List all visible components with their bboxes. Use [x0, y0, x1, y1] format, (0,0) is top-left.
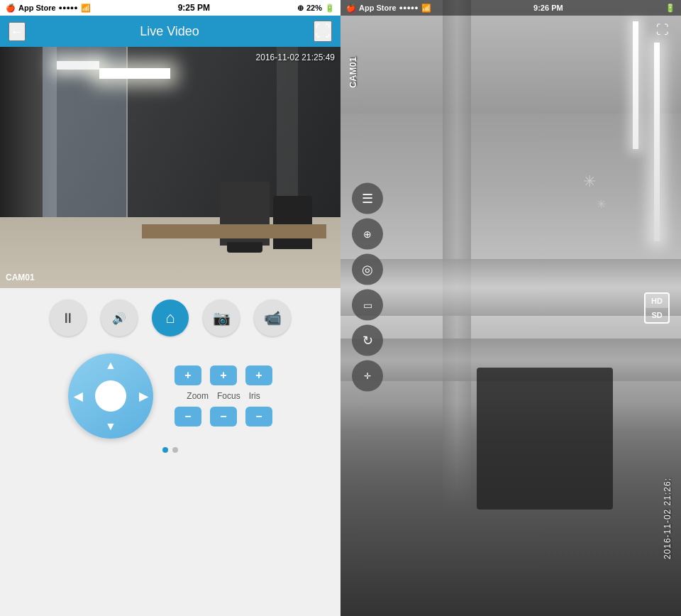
pause-icon: ⏸: [61, 310, 75, 326]
iris-col: +: [245, 365, 272, 385]
battery-right: 🔋: [665, 4, 675, 13]
volume-button[interactable]: 🔊: [101, 299, 138, 336]
iris-label: Iris: [249, 391, 260, 401]
fullscreen-button[interactable]: ⛶: [314, 21, 332, 42]
ptz-left-arrow: ◀: [74, 390, 82, 403]
side-toolbar: ☰ ⊕ ◎ ▭ ↻ ✛: [352, 183, 383, 392]
cam-equipment: [477, 368, 613, 510]
fullscreen-icon-right[interactable]: ⛶: [653, 20, 672, 40]
signal-right: ●●●●●: [399, 4, 419, 11]
deco-star: ✳: [583, 172, 596, 191]
ptz-icon: ⊕: [363, 229, 372, 240]
nav-bar: ← Live Video ⛶: [0, 16, 340, 47]
iris-minus-col: −: [245, 407, 272, 427]
apple-icon: 🍎: [6, 4, 16, 13]
refresh-icon: ↻: [362, 333, 373, 348]
video-record-button[interactable]: 📹: [254, 299, 291, 336]
plus-buttons-row: + + +: [175, 365, 272, 385]
zoom-label: Zoom: [187, 391, 209, 401]
cam-label-vertical: CAM01: [348, 57, 358, 88]
menu-button[interactable]: ☰: [352, 183, 383, 214]
minus-buttons-row: − − −: [175, 407, 272, 427]
monitor-button[interactable]: ▭: [352, 290, 383, 321]
apple-icon-right: 🍎: [346, 4, 356, 13]
wifi-icon: 📶: [81, 4, 91, 13]
cam-timestamp-vertical: 2016-11-02 21:26:: [663, 478, 672, 559]
wifi-right: 📶: [421, 4, 431, 13]
location-icon: ⊕: [297, 4, 304, 13]
focus-label-col: Focus: [217, 391, 240, 401]
ptz-zoom-row: ▲ ▼ ◀ ▶ + + +: [68, 353, 272, 439]
page-indicator: [162, 447, 178, 453]
hd-option[interactable]: HD: [646, 294, 668, 308]
cam-ceiling: [340, 0, 681, 114]
focus-plus-button[interactable]: +: [210, 365, 237, 385]
nav-button[interactable]: ✛: [352, 361, 383, 392]
room-chair2: [273, 196, 312, 249]
camera-icon: ◎: [362, 262, 373, 277]
labels-row: Zoom Focus Iris: [187, 391, 260, 401]
ptz-outer: ▲ ▼ ◀ ▶: [68, 353, 153, 439]
signal-icon: ●●●●●: [59, 4, 78, 11]
video-timestamp: 2016-11-02 21:25:49: [256, 53, 335, 62]
app-store-right: App Store: [359, 4, 397, 12]
pause-button[interactable]: ⏸: [50, 299, 87, 336]
video-feed-left: 2016-11-02 21:25:49 CAM01: [0, 47, 340, 288]
deco-star2: ✳: [597, 197, 606, 211]
control-buttons-row: ⏸ 🔊 ⌂ 📷 📹: [50, 299, 291, 336]
ptz-button[interactable]: ⊕: [352, 219, 383, 250]
time-left: 9:25 PM: [178, 3, 210, 13]
battery-icon-right: 🔋: [665, 4, 675, 13]
status-bar-right: 🍎 App Store ●●●●● 📶 9:26 PM 🔋: [340, 0, 681, 16]
home-button[interactable]: ⌂: [152, 299, 189, 336]
metal-band: [340, 259, 681, 316]
left-panel: 🍎 App Store ●●●●● 📶 9:25 PM ⊕ 22% 🔋 ← Li…: [0, 0, 340, 616]
battery-label: 22%: [306, 4, 322, 12]
controls-area: ⏸ 🔊 ⌂ 📷 📹 ▲ ▼ ◀ ▶: [0, 288, 340, 616]
home-icon: ⌂: [165, 309, 175, 327]
focus-label: Focus: [217, 391, 240, 401]
zoom-col: +: [175, 365, 201, 385]
volume-icon: 🔊: [112, 312, 126, 325]
snapshot-button[interactable]: 📷: [203, 299, 240, 336]
video-icon: 📹: [264, 309, 282, 326]
zoom-minus-button[interactable]: −: [175, 407, 201, 427]
back-button[interactable]: ←: [9, 22, 26, 41]
iris-label-col: Iris: [249, 391, 260, 401]
app-store-label: App Store: [18, 4, 56, 12]
desk: [142, 224, 326, 238]
ceiling-light2: [99, 68, 170, 79]
status-right-group: ⊕ 22% 🔋: [297, 4, 335, 13]
zoom-plus-button[interactable]: +: [175, 365, 201, 385]
ptz-joystick[interactable]: ▲ ▼ ◀ ▶: [68, 353, 153, 439]
page-title: Live Video: [140, 24, 199, 39]
ptz-down-arrow: ▼: [105, 420, 116, 433]
status-bar-left: 🍎 App Store ●●●●● 📶 9:25 PM ⊕ 22% 🔋: [0, 0, 340, 16]
iris-minus-button[interactable]: −: [245, 407, 272, 427]
time-right: 9:26 PM: [533, 4, 563, 12]
focus-minus-button[interactable]: −: [210, 407, 237, 427]
cam-feed-right: ✳ ✳ CAM01 2016-11-02 21:26:: [340, 0, 681, 616]
video-bg: [0, 47, 340, 288]
zoom-controls: + + + Zoom Focus: [175, 365, 272, 427]
iris-plus-button[interactable]: +: [245, 365, 272, 385]
hd-sd-toggle[interactable]: HD SD: [644, 292, 670, 324]
monitor-icon: ▭: [363, 299, 372, 311]
status-right-left: 🍎 App Store ●●●●● 📶: [346, 4, 431, 13]
video-cam-label: CAM01: [6, 273, 35, 282]
refresh-button[interactable]: ↻: [352, 325, 383, 356]
ptz-up-arrow: ▲: [105, 359, 116, 372]
menu-icon: ☰: [362, 191, 373, 207]
right-panel: 🍎 App Store ●●●●● 📶 9:26 PM 🔋 ✳ ✳ CAM01 …: [340, 0, 681, 616]
focus-minus-col: −: [210, 407, 237, 427]
nav-icon: ✛: [364, 371, 371, 381]
zoom-label-col: Zoom: [187, 391, 209, 401]
focus-col: +: [210, 365, 237, 385]
battery-icon: 🔋: [325, 4, 335, 13]
dot-2: [172, 447, 178, 453]
dot-1: [162, 447, 168, 453]
zoom-minus-col: −: [175, 407, 201, 427]
cam-light-strip2: [633, 21, 638, 149]
camera-button[interactable]: ◎: [352, 254, 383, 285]
sd-option[interactable]: SD: [646, 308, 668, 322]
